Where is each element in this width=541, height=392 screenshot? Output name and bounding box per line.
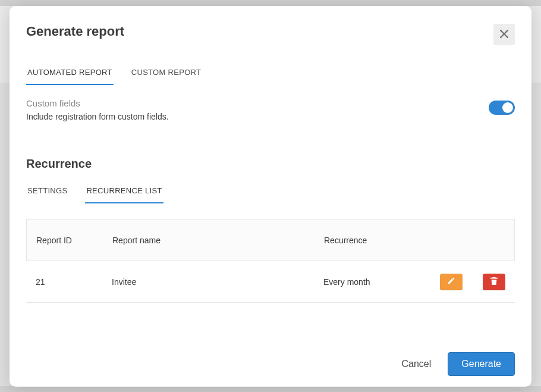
cell-recurrence: Every month [323, 277, 429, 287]
col-header-report-id: Report ID [36, 236, 112, 245]
col-header-report-name: Report name [112, 236, 324, 245]
recurrence-tabs: SETTINGS RECURRENCE LIST [26, 186, 515, 203]
table-header: Report ID Report name Recurrence [26, 219, 515, 261]
custom-fields-toggle[interactable] [489, 101, 515, 115]
edit-button[interactable] [440, 274, 463, 290]
cell-report-name: Invitee [112, 277, 323, 287]
recurrence-title: Recurrence [26, 157, 515, 171]
recurrence-table: Report ID Report name Recurrence 21 Invi… [26, 219, 515, 303]
tab-automated-report[interactable]: AUTOMATED REPORT [26, 68, 114, 85]
tab-settings[interactable]: SETTINGS [26, 186, 68, 203]
modal-header: Generate report [10, 6, 531, 51]
custom-fields-description: Include registration form custom fields. [26, 112, 169, 121]
pencil-icon [447, 277, 455, 287]
toggle-knob [502, 102, 513, 113]
generate-button[interactable]: Generate [448, 352, 515, 376]
report-type-tabs: AUTOMATED REPORT CUSTOM REPORT [26, 68, 515, 85]
trash-icon [490, 277, 498, 287]
modal-title: Generate report [26, 24, 124, 39]
tab-custom-report[interactable]: CUSTOM REPORT [130, 68, 203, 85]
cell-report-id: 21 [36, 277, 112, 287]
close-icon [500, 30, 508, 40]
custom-fields-setting: Custom fields Include registration form … [26, 98, 515, 121]
modal-footer: Cancel Generate [401, 352, 515, 376]
delete-button[interactable] [483, 274, 505, 290]
cancel-button[interactable]: Cancel [401, 359, 431, 369]
table-row: 21 Invitee Every month [26, 261, 515, 303]
col-header-recurrence: Recurrence [324, 236, 430, 245]
generate-report-modal: Generate report AUTOMATED REPORT CUSTOM … [10, 6, 531, 387]
close-button[interactable] [493, 24, 515, 45]
tab-recurrence-list[interactable]: RECURRENCE LIST [85, 186, 163, 203]
custom-fields-label: Custom fields [26, 98, 169, 108]
